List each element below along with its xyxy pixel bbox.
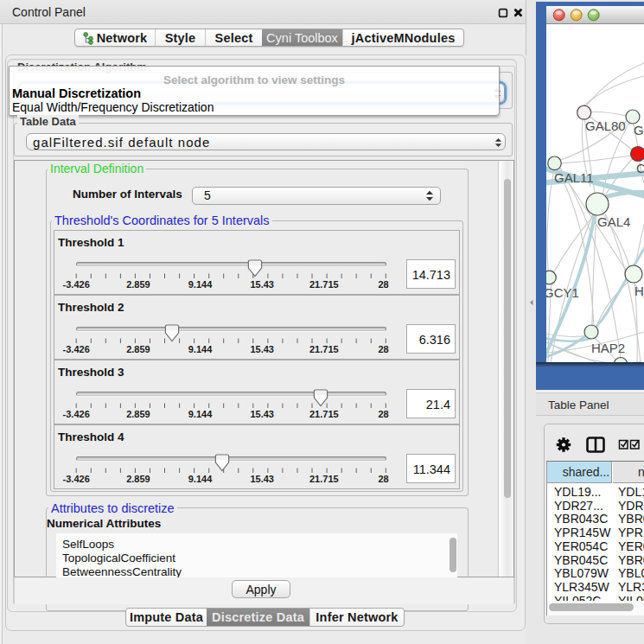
svg-text:CY: CY xyxy=(636,161,644,175)
svg-text:GAL4: GAL4 xyxy=(597,214,630,229)
svg-text:HIS: HIS xyxy=(634,284,644,298)
svg-text:GAL11: GAL11 xyxy=(554,170,594,185)
svg-text:GA: GA xyxy=(634,123,644,137)
svg-text:GCY1: GCY1 xyxy=(546,285,579,300)
svg-text:GAL80: GAL80 xyxy=(585,118,626,133)
svg-text:HAP2: HAP2 xyxy=(591,341,625,355)
